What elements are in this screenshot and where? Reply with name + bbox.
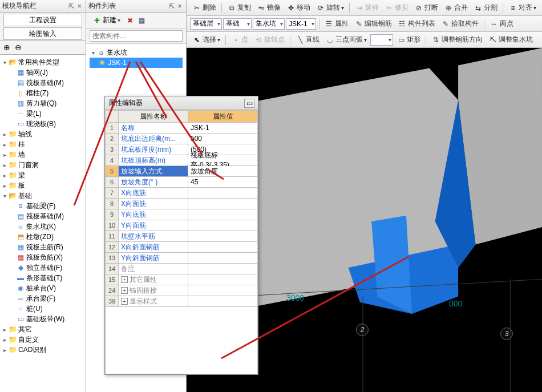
rotate-button[interactable]: ⟳旋转▾ xyxy=(314,2,346,14)
tab-drawing-input[interactable]: 绘图输入 xyxy=(3,27,82,40)
property-row-1[interactable]: 1名称JSK-1 xyxy=(105,123,258,134)
property-editor-header[interactable]: 属性编辑器 ▭ xyxy=(105,96,258,110)
filter-icon[interactable]: ▦ xyxy=(137,16,146,25)
nav-item-strip-found[interactable]: ▬条形基础(T) xyxy=(1,273,84,283)
property-row-39[interactable]: 39+显示样式 xyxy=(105,296,258,307)
property-row-2[interactable]: 2坑底出边距离(m...500 xyxy=(105,134,258,144)
property-value-cell[interactable] xyxy=(188,253,258,264)
property-value-cell[interactable] xyxy=(188,188,258,199)
property-value-cell[interactable] xyxy=(188,231,258,242)
property-value-cell[interactable]: 筏板底标高-0.3(-3.35) xyxy=(188,155,258,166)
property-row-8[interactable]: 8X向面筋 xyxy=(105,199,258,209)
property-value-cell[interactable] xyxy=(188,242,258,253)
nav-item-pile[interactable]: ○桩(U) xyxy=(1,304,84,314)
property-row-15[interactable]: 15+其它属性 xyxy=(105,274,258,285)
property-value-cell[interactable]: 放坡角度 xyxy=(188,166,258,177)
select-button[interactable]: ⬉选择▾ xyxy=(190,34,223,46)
nav-item-isolated-found[interactable]: ◆独立基础(F) xyxy=(1,262,84,273)
property-value-cell[interactable] xyxy=(188,285,258,296)
nav-item-slab[interactable]: ▸板 xyxy=(1,180,84,191)
copy-button[interactable]: ⧉复制 xyxy=(225,2,253,14)
nav-item-axis-grid[interactable]: ▦轴网(J) xyxy=(1,67,84,78)
adjust-rebar-dir-button[interactable]: ⇅调整钢筋方向 xyxy=(429,34,485,46)
category-dropdown[interactable]: 基础 xyxy=(223,18,252,30)
delete-button[interactable]: ✂删除 xyxy=(190,2,219,14)
nav-item-column[interactable]: ▸柱 xyxy=(1,139,84,149)
nav-item-raft-foundation[interactable]: ▤筏板基础(M) xyxy=(1,78,84,88)
draw-option-dropdown[interactable] xyxy=(370,34,393,46)
expand-icon[interactable]: + xyxy=(121,276,128,283)
layer-dropdown[interactable]: 基础层 xyxy=(190,18,222,30)
nav-item-other[interactable]: ▸其它 xyxy=(1,324,84,334)
expand-icon[interactable]: + xyxy=(121,298,128,305)
component-tree-item-jsk1[interactable]: ✺ JSK-1 xyxy=(90,58,183,68)
nav-item-frame-column[interactable]: ▯框柱(Z) xyxy=(1,88,84,98)
property-row-14[interactable]: 14备注 xyxy=(105,264,258,274)
item-dropdown[interactable]: JSK-1 xyxy=(286,18,316,30)
property-row-4[interactable]: 4坑板顶标高(m)筏板底标高-0.3(-3.35) xyxy=(105,155,258,166)
close-icon[interactable]: × xyxy=(176,2,184,10)
break-button[interactable]: ⊘打断 xyxy=(412,2,440,14)
nav-item-common-types[interactable]: ▾常用构件类型 xyxy=(1,57,84,67)
line-button[interactable]: ╲直线 xyxy=(293,34,322,46)
property-value-cell[interactable]: 45 xyxy=(188,177,258,188)
property-row-12[interactable]: 12X向斜面钢筋 xyxy=(105,242,258,253)
new-component-button[interactable]: ✚ 新建 ▾ xyxy=(90,14,123,27)
move-button[interactable]: ✥移动 xyxy=(284,2,313,14)
property-value-cell[interactable]: 500 xyxy=(188,134,258,144)
nav-item-custom[interactable]: ▸自定义 xyxy=(1,334,84,345)
property-row-13[interactable]: 13Y向斜面钢筋 xyxy=(105,253,258,264)
align-button[interactable]: ≡对齐▾ xyxy=(506,2,539,14)
property-value-cell[interactable] xyxy=(188,220,258,231)
property-value-cell[interactable] xyxy=(188,199,258,209)
nav-item-foundation[interactable]: ▾基础 xyxy=(1,191,84,201)
nav-item-found-plate-strip[interactable]: ▭基础板带(W) xyxy=(1,314,84,324)
two-point-button[interactable]: ↔两点 xyxy=(487,18,516,30)
properties-button[interactable]: ☰属性 xyxy=(322,18,351,30)
expand-all-icon[interactable]: ⊕ xyxy=(2,43,11,52)
property-value-cell[interactable] xyxy=(188,274,258,285)
nav-item-shear-wall[interactable]: ▥剪力墙(Q) xyxy=(1,98,84,108)
nav-item-door-window[interactable]: ▸门窗洞 xyxy=(1,160,84,170)
nav-item-foundation-beam[interactable]: ≡基础梁(F) xyxy=(1,201,84,211)
arc-button[interactable]: ◡三点画弧▾ xyxy=(323,34,369,46)
nav-item-axis-lines[interactable]: ▸轴线 xyxy=(1,129,84,139)
nav-item-raft-main-rebar[interactable]: ▦筏板主筋(R) xyxy=(1,242,84,252)
delete-component-icon[interactable]: ✖ xyxy=(126,16,135,25)
property-row-7[interactable]: 7X向底筋 xyxy=(105,188,258,199)
component-list-button[interactable]: ☷构件列表 xyxy=(395,18,438,30)
nav-item-cap-beam[interactable]: ═承台梁(F) xyxy=(1,293,84,304)
nav-item-cast-slab[interactable]: ▭现浇板(B) xyxy=(1,119,84,129)
merge-button[interactable]: ⊕合并 xyxy=(442,2,470,14)
property-editor-close-icon[interactable]: ▭ xyxy=(244,99,254,108)
pin-icon[interactable]: ⇱ xyxy=(67,2,75,10)
property-row-24[interactable]: 24+锚固搭接 xyxy=(105,285,258,296)
nav-item-beam2[interactable]: ▸梁 xyxy=(1,170,84,180)
nav-item-raft-found2[interactable]: ▤筏板基础(M) xyxy=(1,211,84,221)
type-dropdown[interactable]: 集水坑 xyxy=(253,18,285,30)
adjust-sump-button[interactable]: ⛏调整集水坑 xyxy=(486,34,535,46)
nav-item-beam[interactable]: ─梁(L) xyxy=(1,108,84,119)
nav-item-wall[interactable]: ▸墙 xyxy=(1,149,84,160)
rect-button[interactable]: ▭矩形 xyxy=(394,34,423,46)
collapse-all-icon[interactable]: ⊖ xyxy=(14,43,23,52)
nav-item-column-pier[interactable]: ⬒柱墩(ZD) xyxy=(1,232,84,242)
close-icon[interactable]: × xyxy=(75,2,83,10)
mirror-button[interactable]: ⇋镜像 xyxy=(254,2,283,14)
property-value-cell[interactable]: JSK-1 xyxy=(188,123,258,134)
nav-item-raft-neg-rebar[interactable]: ▦筏板负筋(X) xyxy=(1,252,84,262)
component-search-input[interactable] xyxy=(90,30,183,42)
property-row-10[interactable]: 10Y向面筋 xyxy=(105,220,258,231)
property-row-5[interactable]: 5放坡输入方式放坡角度 xyxy=(105,166,258,177)
pin-icon[interactable]: ⇱ xyxy=(168,2,176,10)
edit-rebar-button[interactable]: ✎编辑钢筋 xyxy=(352,18,394,30)
nav-item-sump-pit[interactable]: ☼集水坑(K) xyxy=(1,221,84,232)
nav-item-cad-recognition[interactable]: ▸CAD识别 xyxy=(1,345,84,355)
property-row-6[interactable]: 6放坡角度(° )45 xyxy=(105,177,258,188)
component-tree-root[interactable]: ▾ ☼ 集水坑 xyxy=(90,47,183,58)
nav-item-pile-cap[interactable]: ◉桩承台(V) xyxy=(1,283,84,293)
property-row-11[interactable]: 11坑壁水平筋 xyxy=(105,231,258,242)
property-value-cell[interactable] xyxy=(188,264,258,274)
pick-component-button[interactable]: ✎拾取构件 xyxy=(439,18,481,30)
tab-engineering-settings[interactable]: 工程设置 xyxy=(3,14,82,26)
